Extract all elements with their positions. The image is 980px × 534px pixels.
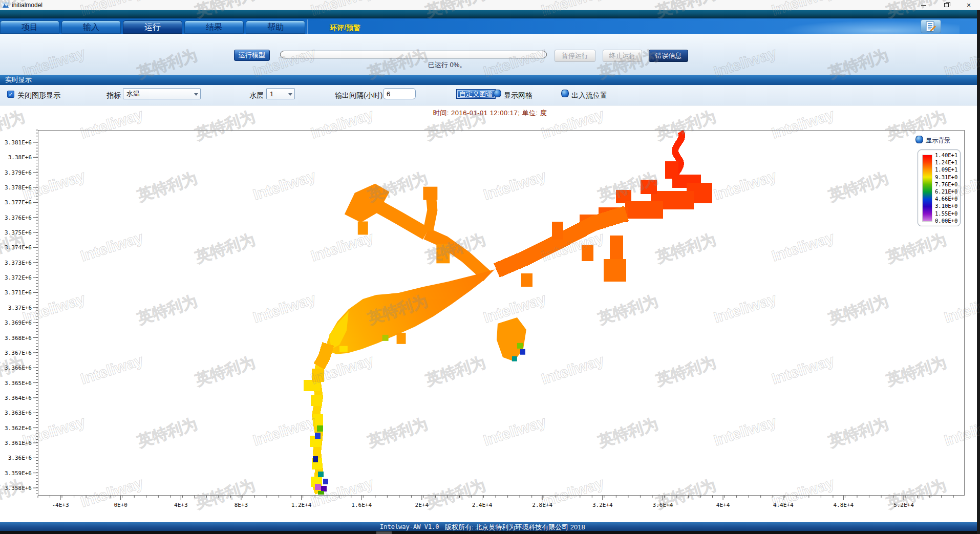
- minimize-icon: [921, 5, 926, 6]
- app-version: Intelway-AW V1.0: [380, 523, 439, 530]
- chevron-down-icon: [194, 93, 198, 96]
- tab-run[interactable]: 运行: [123, 20, 182, 34]
- inout-flow-toggle-icon[interactable]: [561, 90, 569, 97]
- title-bar: initialmodel ✕: [0, 0, 980, 10]
- close-icon: ✕: [966, 2, 971, 9]
- colorbar-label: 1.09E+1: [935, 166, 957, 173]
- tab-project[interactable]: 项目: [0, 20, 59, 34]
- chevron-down-icon: [288, 93, 292, 96]
- progress-status-text: 已运行 0%。: [428, 60, 466, 70]
- close-button[interactable]: ✕: [957, 0, 980, 10]
- maximize-icon: [944, 3, 949, 7]
- layer-dropdown[interactable]: 1: [266, 88, 295, 99]
- colorbar-label: 1.40E+1: [935, 152, 957, 158]
- stop-run-button[interactable]: 终止运行: [603, 50, 642, 62]
- tab-results[interactable]: 结果: [184, 20, 244, 34]
- maximize-button[interactable]: [935, 0, 957, 10]
- tab-input[interactable]: 输入: [61, 20, 121, 34]
- colorbar-label: 4.66E+0: [935, 196, 957, 202]
- app-icon: [2, 2, 9, 9]
- tab-env-warning[interactable]: 环评/预警: [330, 24, 360, 33]
- colorbar-label: 7.76E+0: [935, 181, 957, 187]
- inout-flow-label: 出入流位置: [571, 91, 607, 100]
- menu-separator: [307, 19, 308, 34]
- document-pencil-icon: [925, 21, 937, 32]
- indicator-dropdown[interactable]: 水温: [123, 88, 201, 99]
- colorbar-label: 1.24E+1: [935, 159, 957, 165]
- header-dark-band: [0, 10, 980, 18]
- colorbar-label: 0.00E+0: [935, 218, 957, 224]
- interval-label: 输出间隔(小时): [335, 91, 382, 100]
- show-background-label: 显示背景: [926, 136, 950, 145]
- menu-tabs: 项目输入运行结果帮助: [0, 20, 305, 34]
- interval-input[interactable]: [383, 88, 416, 99]
- colorbar-label: 9.31E+0: [935, 174, 957, 180]
- progress-bar: [280, 51, 547, 58]
- layer-value: 1: [270, 90, 273, 98]
- map-midstream-channel: [497, 213, 626, 287]
- menu-band: 项目输入运行结果帮助: [0, 18, 980, 34]
- show-grid-label: 显示网格: [504, 91, 532, 100]
- minimize-button[interactable]: [912, 0, 935, 10]
- pause-run-button[interactable]: 暂停运行: [555, 50, 595, 62]
- colorbar-gradient: [922, 155, 932, 222]
- indicator-value: 水温: [126, 89, 140, 98]
- status-footer: Intelway-AW V1.0 版权所有: 北京英特利为环境科技有限公司 20…: [0, 522, 980, 531]
- show-grid-toggle-icon[interactable]: [494, 90, 501, 97]
- taskbar-segment: [376, 531, 392, 534]
- plot-area: [38, 130, 965, 496]
- map-south-channel: [304, 344, 328, 495]
- app-window: initialmodel ✕ 项目输入运行结果帮助 环评/预警 运行模型 已运行…: [0, 0, 980, 534]
- right-window-edge: [977, 10, 980, 534]
- indicator-label: 指标: [106, 91, 121, 100]
- run-model-button[interactable]: 运行模型: [234, 50, 270, 61]
- colorbar-legend: 1.40E+11.24E+11.09E+19.31E+07.76E+06.21E…: [918, 149, 961, 226]
- map-fork-branch: [345, 184, 487, 276]
- show-background-toggle-icon[interactable]: [915, 136, 923, 143]
- bottom-edge: [0, 531, 980, 534]
- time-caption: 时间: 2016-01-01 12:00:17; 单位: 度: [0, 109, 980, 118]
- realtime-section-header: 实时显示: [0, 75, 980, 85]
- window-title: initialmodel: [12, 2, 42, 9]
- custom-spectrum-button[interactable]: 自定义图谱: [456, 89, 496, 99]
- water-temperature-map: [38, 131, 964, 495]
- map-lake: [327, 269, 526, 361]
- close-graphics-checkbox[interactable]: ✓: [7, 91, 14, 98]
- colorbar-label: 3.10E+0: [935, 203, 957, 209]
- colorbar-label: 6.21E+0: [935, 188, 957, 195]
- colorbar-label: 1.55E+0: [935, 210, 957, 217]
- error-info-button[interactable]: 错误信息: [649, 50, 688, 62]
- tab-help[interactable]: 帮助: [246, 20, 305, 34]
- report-notes-button[interactable]: [921, 19, 941, 33]
- layer-label: 水层: [249, 91, 264, 100]
- close-graphics-label: 关闭图形显示: [17, 91, 60, 100]
